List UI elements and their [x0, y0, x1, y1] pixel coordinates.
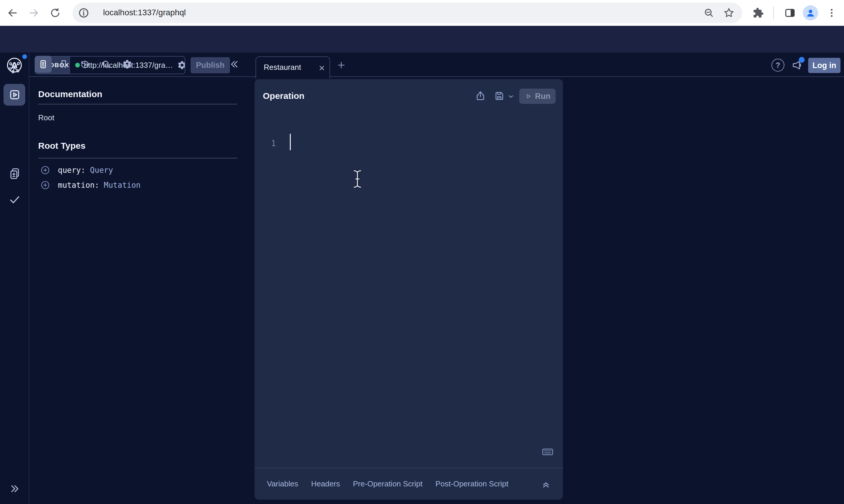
- footer-expand-button[interactable]: [539, 478, 552, 490]
- bookmark-star-icon[interactable]: [722, 6, 736, 20]
- browser-back-button[interactable]: [5, 6, 19, 20]
- documentation-panel: Documentation Root Root Types query: Que…: [29, 53, 254, 504]
- gear-icon: [122, 59, 133, 70]
- side-panel-button[interactable]: [783, 6, 797, 20]
- bookmark-icon: [59, 59, 69, 69]
- nav-changelog-button[interactable]: [7, 167, 22, 181]
- browser-chrome: localhost:1337/graphql: [0, 0, 844, 26]
- explorer-play-icon: [8, 88, 21, 101]
- share-operation-button[interactable]: [473, 89, 487, 103]
- double-chevron-left-icon: [228, 59, 240, 70]
- save-floppy-icon: [494, 90, 505, 102]
- footer-tab-post-operation-script[interactable]: Post-Operation Script: [435, 479, 509, 488]
- person-icon: [805, 7, 816, 19]
- chevron-down-icon: [507, 93, 515, 100]
- browser-reload-button[interactable]: [48, 6, 62, 20]
- address-bar[interactable]: localhost:1337/graphql: [72, 3, 742, 23]
- docs-collapse-button[interactable]: [227, 57, 241, 71]
- keyboard-icon: [541, 445, 554, 458]
- left-nav: [0, 53, 29, 504]
- help-button[interactable]: ?: [772, 59, 785, 72]
- docs-tab-documentation[interactable]: [35, 56, 52, 73]
- play-icon: [524, 92, 532, 100]
- profile-avatar[interactable]: [803, 5, 818, 20]
- operation-footer: Variables Headers Pre-Operation Script P…: [255, 468, 563, 500]
- history-clock-icon: [80, 59, 90, 70]
- side-panel-icon: [785, 7, 795, 18]
- double-chevron-up-icon: [541, 479, 551, 489]
- response-panel: Response: [563, 79, 844, 500]
- text-cursor-pointer: [352, 168, 362, 190]
- chrome-divider: [773, 6, 774, 19]
- site-info-icon[interactable]: [76, 6, 91, 20]
- tab-close-button[interactable]: [316, 62, 328, 74]
- browser-menu-button[interactable]: [825, 6, 839, 20]
- tab-restaurant[interactable]: Restaurant: [256, 56, 330, 78]
- operation-panel: Operation Run 1 Variables Headers Pre-Op…: [255, 79, 563, 500]
- docs-root-types-title: Root Types: [38, 141, 85, 151]
- operation-editor[interactable]: 1: [255, 106, 563, 468]
- puzzle-icon: [753, 7, 764, 18]
- footer-tab-variables[interactable]: Variables: [267, 479, 298, 488]
- docs-tab-settings[interactable]: [120, 57, 134, 71]
- kebab-menu-icon: [826, 7, 837, 18]
- browser-forward-button[interactable]: [27, 6, 41, 20]
- nav-expand-button[interactable]: [7, 482, 22, 496]
- field-type-link[interactable]: Query: [90, 166, 113, 175]
- nav-schema-button[interactable]: [7, 60, 22, 74]
- nav-checks-button[interactable]: [7, 193, 22, 206]
- apollo-toolbar: A SANDBOX http://localhost:1337/gra… Pub…: [0, 26, 844, 53]
- zoom-out-icon[interactable]: [703, 6, 716, 19]
- plus-circle-icon: [40, 165, 51, 176]
- arrow-right-icon: [28, 7, 40, 19]
- share-icon: [475, 90, 486, 102]
- docs-tab-bookmarks[interactable]: [57, 57, 71, 71]
- footer-tab-headers[interactable]: Headers: [311, 479, 340, 488]
- docs-field-query: query: Query: [40, 164, 113, 177]
- save-operation-button[interactable]: [492, 89, 506, 103]
- field-name: query: Query: [58, 166, 113, 175]
- app-root: localhost:1337/graphql A SANDBOX: [0, 0, 844, 504]
- editor-caret: [290, 134, 291, 150]
- schema-notification-dot: [22, 54, 27, 59]
- operation-title: Operation: [263, 91, 305, 101]
- save-menu-button[interactable]: [506, 92, 515, 101]
- search-icon: [101, 59, 111, 70]
- field-type-link[interactable]: Mutation: [104, 181, 141, 190]
- run-button[interactable]: Run: [519, 89, 556, 104]
- checkmark-icon: [8, 193, 21, 206]
- docs-tab-search[interactable]: [99, 57, 113, 71]
- nav-explorer-button[interactable]: [7, 88, 22, 102]
- run-label: Run: [535, 92, 550, 101]
- docs-root-item[interactable]: Root: [38, 113, 54, 122]
- docs-title: Documentation: [38, 89, 102, 99]
- tab-label: Restaurant: [264, 63, 301, 72]
- line-number: 1: [263, 139, 276, 148]
- diff-docs-icon: [8, 167, 21, 180]
- footer-tab-pre-operation-script[interactable]: Pre-Operation Script: [353, 479, 423, 488]
- schema-graph-icon: [8, 61, 21, 74]
- url-text: localhost:1337/graphql: [103, 8, 186, 17]
- add-field-button[interactable]: [40, 165, 51, 176]
- keyboard-shortcuts-button[interactable]: [540, 444, 555, 460]
- arrow-left-icon: [6, 7, 18, 19]
- docs-divider: [38, 158, 237, 158]
- document-list-icon: [38, 59, 48, 69]
- plus-icon: [336, 60, 346, 70]
- docs-field-mutation: mutation: Mutation: [40, 179, 141, 192]
- login-button[interactable]: Log in: [808, 58, 841, 73]
- double-chevron-right-icon: [9, 483, 20, 494]
- docs-tab-history[interactable]: [78, 57, 92, 71]
- new-tab-button[interactable]: [334, 58, 348, 72]
- extensions-button[interactable]: [751, 6, 765, 20]
- announcement-badge: [799, 57, 805, 63]
- field-name: mutation: Mutation: [58, 181, 141, 190]
- reload-icon: [49, 7, 61, 19]
- close-icon: [318, 64, 326, 72]
- help-glyph: ?: [776, 61, 780, 70]
- docs-divider: [38, 104, 237, 105]
- plus-circle-icon: [40, 180, 51, 191]
- add-field-button[interactable]: [40, 180, 51, 191]
